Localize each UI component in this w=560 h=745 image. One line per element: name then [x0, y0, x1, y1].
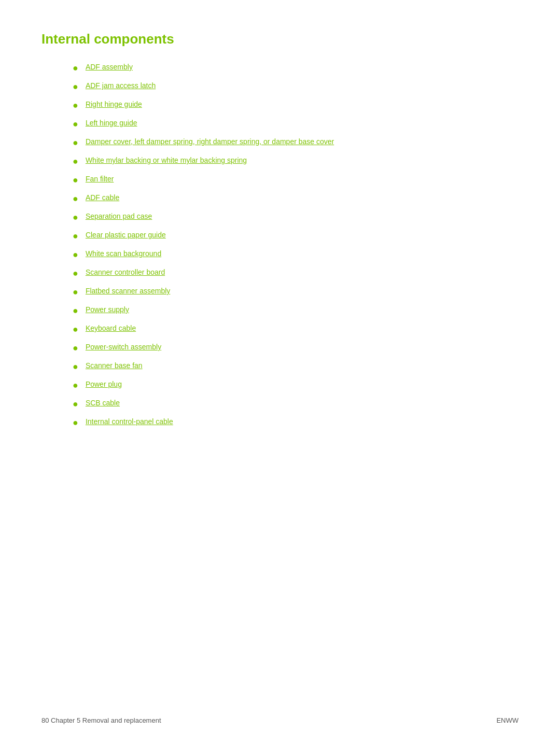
link-flatbed-scanner-assembly[interactable]: Flatbed scanner assembly	[86, 286, 170, 297]
list-item-power-supply: ●Power supply	[73, 304, 519, 318]
bullet-icon: ●	[73, 80, 78, 94]
link-scanner-controller-board[interactable]: Scanner controller board	[86, 267, 165, 278]
bullet-icon: ●	[73, 99, 78, 113]
bullet-icon: ●	[73, 266, 78, 280]
bullet-icon: ●	[73, 192, 78, 206]
list-item-right-hinge-guide: ●Right hinge guide	[73, 99, 519, 113]
bullet-icon: ●	[73, 229, 78, 243]
internal-components-list: ●ADF assembly●ADF jam access latch●Right…	[41, 62, 519, 430]
link-white-mylar-backing[interactable]: White mylar backing or white mylar backi…	[86, 155, 247, 166]
list-item-left-hinge-guide: ●Left hinge guide	[73, 118, 519, 131]
list-item-damper-cover: ●Damper cover, left damper spring, right…	[73, 136, 519, 150]
link-power-supply[interactable]: Power supply	[86, 304, 129, 315]
bullet-icon: ●	[73, 397, 78, 411]
list-item-white-mylar-backing: ●White mylar backing or white mylar back…	[73, 155, 519, 168]
link-scb-cable[interactable]: SCB cable	[86, 398, 120, 409]
list-item-fan-filter: ●Fan filter	[73, 174, 519, 187]
link-adf-jam-access-latch[interactable]: ADF jam access latch	[86, 80, 156, 91]
bullet-icon: ●	[73, 173, 78, 187]
bullet-icon: ●	[73, 154, 78, 168]
bullet-icon: ●	[73, 360, 78, 374]
link-internal-control-panel-cable[interactable]: Internal control-panel cable	[86, 416, 173, 427]
link-separation-pad-case[interactable]: Separation pad case	[86, 211, 152, 222]
footer-left: 80 Chapter 5 Removal and replacement	[41, 716, 161, 724]
footer: 80 Chapter 5 Removal and replacement ENW…	[41, 716, 519, 724]
link-damper-cover[interactable]: Damper cover, left damper spring, right …	[86, 136, 334, 147]
link-scanner-base-fan[interactable]: Scanner base fan	[86, 360, 143, 371]
list-item-scanner-controller-board: ●Scanner controller board	[73, 267, 519, 280]
link-power-switch-assembly[interactable]: Power-switch assembly	[86, 342, 161, 353]
link-white-scan-background[interactable]: White scan background	[86, 248, 161, 259]
list-item-flatbed-scanner-assembly: ●Flatbed scanner assembly	[73, 286, 519, 299]
bullet-icon: ●	[73, 61, 78, 75]
bullet-icon: ●	[73, 285, 78, 299]
bullet-icon: ●	[73, 322, 78, 336]
bullet-icon: ●	[73, 117, 78, 131]
list-item-internal-control-panel-cable: ●Internal control-panel cable	[73, 416, 519, 430]
bullet-icon: ●	[73, 378, 78, 392]
link-adf-assembly[interactable]: ADF assembly	[86, 62, 133, 73]
list-item-scanner-base-fan: ●Scanner base fan	[73, 360, 519, 374]
link-power-plug[interactable]: Power plug	[86, 379, 122, 390]
link-right-hinge-guide[interactable]: Right hinge guide	[86, 99, 142, 110]
list-item-adf-assembly: ●ADF assembly	[73, 62, 519, 75]
list-item-separation-pad-case: ●Separation pad case	[73, 211, 519, 224]
list-item-adf-jam-access-latch: ●ADF jam access latch	[73, 80, 519, 94]
footer-right: ENWW	[496, 716, 519, 724]
list-item-scb-cable: ●SCB cable	[73, 398, 519, 411]
link-fan-filter[interactable]: Fan filter	[86, 174, 114, 185]
list-item-clear-plastic-paper-guide: ●Clear plastic paper guide	[73, 230, 519, 243]
link-left-hinge-guide[interactable]: Left hinge guide	[86, 118, 137, 129]
page-title: Internal components	[41, 31, 519, 47]
bullet-icon: ●	[73, 304, 78, 318]
list-item-white-scan-background: ●White scan background	[73, 248, 519, 262]
list-item-adf-cable: ●ADF cable	[73, 192, 519, 206]
link-keyboard-cable[interactable]: Keyboard cable	[86, 323, 136, 334]
link-clear-plastic-paper-guide[interactable]: Clear plastic paper guide	[86, 230, 166, 241]
bullet-icon: ●	[73, 248, 78, 262]
link-adf-cable[interactable]: ADF cable	[86, 192, 119, 203]
list-item-keyboard-cable: ●Keyboard cable	[73, 323, 519, 336]
bullet-icon: ●	[73, 136, 78, 150]
bullet-icon: ●	[73, 341, 78, 355]
list-item-power-switch-assembly: ●Power-switch assembly	[73, 342, 519, 355]
bullet-icon: ●	[73, 210, 78, 224]
list-item-power-plug: ●Power plug	[73, 379, 519, 392]
bullet-icon: ●	[73, 416, 78, 430]
